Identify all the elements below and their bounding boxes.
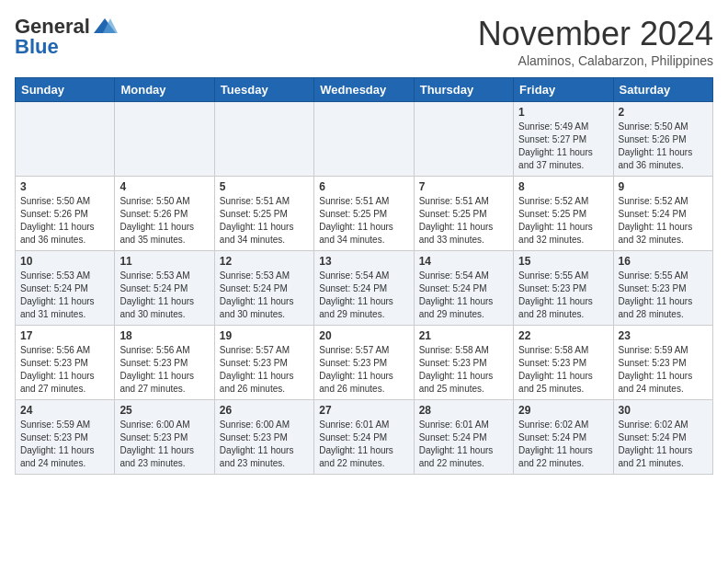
calendar-week-row: 10Sunrise: 5:53 AM Sunset: 5:24 PM Dayli… xyxy=(16,251,713,326)
calendar-week-row: 17Sunrise: 5:56 AM Sunset: 5:23 PM Dayli… xyxy=(16,326,713,400)
calendar-day-cell: 1Sunrise: 5:49 AM Sunset: 5:27 PM Daylig… xyxy=(514,102,613,177)
empty-day-cell xyxy=(115,102,214,177)
day-number: 14 xyxy=(419,255,508,268)
day-number: 8 xyxy=(518,180,608,193)
day-info: Sunrise: 5:54 AM Sunset: 5:24 PM Dayligh… xyxy=(419,270,508,321)
day-info: Sunrise: 5:50 AM Sunset: 5:26 PM Dayligh… xyxy=(20,195,109,247)
day-info: Sunrise: 5:53 AM Sunset: 5:24 PM Dayligh… xyxy=(20,270,109,321)
logo: General Blue xyxy=(15,15,118,59)
day-info: Sunrise: 5:55 AM Sunset: 5:23 PM Dayligh… xyxy=(619,270,708,321)
day-info: Sunrise: 5:57 AM Sunset: 5:23 PM Dayligh… xyxy=(319,344,408,396)
calendar-day-cell: 25Sunrise: 6:00 AM Sunset: 5:23 PM Dayli… xyxy=(115,400,214,475)
day-number: 13 xyxy=(319,255,408,268)
weekday-header-thursday: Thursday xyxy=(414,78,513,102)
day-number: 20 xyxy=(319,329,408,342)
day-number: 28 xyxy=(419,404,508,417)
day-number: 4 xyxy=(119,180,209,193)
month-year-title: November 2024 xyxy=(478,15,713,53)
calendar-day-cell: 16Sunrise: 5:55 AM Sunset: 5:23 PM Dayli… xyxy=(613,251,712,326)
day-number: 7 xyxy=(419,180,508,193)
empty-day-cell xyxy=(414,102,513,177)
day-number: 10 xyxy=(20,255,109,268)
location-subtitle: Alaminos, Calabarzon, Philippines xyxy=(478,53,713,68)
day-number: 6 xyxy=(319,180,408,193)
calendar-day-cell: 27Sunrise: 6:01 AM Sunset: 5:24 PM Dayli… xyxy=(314,400,414,475)
calendar-day-cell: 30Sunrise: 6:02 AM Sunset: 5:24 PM Dayli… xyxy=(613,400,712,475)
calendar-day-cell: 12Sunrise: 5:53 AM Sunset: 5:24 PM Dayli… xyxy=(214,251,313,326)
day-number: 9 xyxy=(619,180,708,193)
day-info: Sunrise: 5:58 AM Sunset: 5:23 PM Dayligh… xyxy=(419,344,508,396)
calendar-day-cell: 7Sunrise: 5:51 AM Sunset: 5:25 PM Daylig… xyxy=(414,177,513,251)
day-number: 27 xyxy=(319,404,408,417)
calendar-day-cell: 10Sunrise: 5:53 AM Sunset: 5:24 PM Dayli… xyxy=(16,251,115,326)
calendar-day-cell: 20Sunrise: 5:57 AM Sunset: 5:23 PM Dayli… xyxy=(314,326,414,400)
day-number: 18 xyxy=(119,329,209,342)
empty-day-cell xyxy=(16,102,115,177)
calendar-day-cell: 17Sunrise: 5:56 AM Sunset: 5:23 PM Dayli… xyxy=(16,326,115,400)
weekday-header-friday: Friday xyxy=(514,78,613,102)
day-number: 15 xyxy=(518,255,608,268)
weekday-header-tuesday: Tuesday xyxy=(214,78,313,102)
day-info: Sunrise: 5:52 AM Sunset: 5:24 PM Dayligh… xyxy=(619,195,708,247)
calendar-week-row: 3Sunrise: 5:50 AM Sunset: 5:26 PM Daylig… xyxy=(16,177,713,251)
day-number: 3 xyxy=(20,180,109,193)
weekday-header-saturday: Saturday xyxy=(613,78,712,102)
calendar-day-cell: 26Sunrise: 6:00 AM Sunset: 5:23 PM Dayli… xyxy=(214,400,313,475)
calendar-day-cell: 3Sunrise: 5:50 AM Sunset: 5:26 PM Daylig… xyxy=(16,177,115,251)
day-info: Sunrise: 5:56 AM Sunset: 5:23 PM Dayligh… xyxy=(119,344,209,396)
day-number: 2 xyxy=(619,106,708,119)
calendar-day-cell: 2Sunrise: 5:50 AM Sunset: 5:26 PM Daylig… xyxy=(613,102,712,177)
day-info: Sunrise: 5:52 AM Sunset: 5:25 PM Dayligh… xyxy=(518,195,608,247)
day-info: Sunrise: 5:55 AM Sunset: 5:23 PM Dayligh… xyxy=(518,270,608,321)
logo-blue-text: Blue xyxy=(15,35,59,59)
logo-icon xyxy=(92,17,118,37)
day-number: 17 xyxy=(20,329,109,342)
day-info: Sunrise: 5:58 AM Sunset: 5:23 PM Dayligh… xyxy=(518,344,608,396)
day-info: Sunrise: 5:53 AM Sunset: 5:24 PM Dayligh… xyxy=(220,270,309,321)
day-info: Sunrise: 5:49 AM Sunset: 5:27 PM Dayligh… xyxy=(518,121,608,172)
day-info: Sunrise: 6:00 AM Sunset: 5:23 PM Dayligh… xyxy=(119,419,209,470)
weekday-header-monday: Monday xyxy=(115,78,214,102)
day-info: Sunrise: 5:50 AM Sunset: 5:26 PM Dayligh… xyxy=(619,121,708,172)
calendar-day-cell: 18Sunrise: 5:56 AM Sunset: 5:23 PM Dayli… xyxy=(115,326,214,400)
day-info: Sunrise: 5:59 AM Sunset: 5:23 PM Dayligh… xyxy=(619,344,708,396)
calendar-day-cell: 4Sunrise: 5:50 AM Sunset: 5:26 PM Daylig… xyxy=(115,177,214,251)
weekday-header-wednesday: Wednesday xyxy=(314,78,414,102)
day-number: 23 xyxy=(619,329,708,342)
day-info: Sunrise: 5:53 AM Sunset: 5:24 PM Dayligh… xyxy=(119,270,209,321)
day-info: Sunrise: 5:56 AM Sunset: 5:23 PM Dayligh… xyxy=(20,344,109,396)
day-info: Sunrise: 6:02 AM Sunset: 5:24 PM Dayligh… xyxy=(518,419,608,470)
calendar-day-cell: 29Sunrise: 6:02 AM Sunset: 5:24 PM Dayli… xyxy=(514,400,613,475)
day-info: Sunrise: 5:51 AM Sunset: 5:25 PM Dayligh… xyxy=(319,195,408,247)
day-number: 11 xyxy=(119,255,209,268)
day-info: Sunrise: 5:59 AM Sunset: 5:23 PM Dayligh… xyxy=(20,419,109,470)
day-info: Sunrise: 5:57 AM Sunset: 5:23 PM Dayligh… xyxy=(220,344,309,396)
calendar-day-cell: 11Sunrise: 5:53 AM Sunset: 5:24 PM Dayli… xyxy=(115,251,214,326)
calendar-day-cell: 9Sunrise: 5:52 AM Sunset: 5:24 PM Daylig… xyxy=(613,177,712,251)
calendar-day-cell: 19Sunrise: 5:57 AM Sunset: 5:23 PM Dayli… xyxy=(214,326,313,400)
title-section: November 2024 Alaminos, Calabarzon, Phil… xyxy=(478,15,713,68)
day-info: Sunrise: 5:54 AM Sunset: 5:24 PM Dayligh… xyxy=(319,270,408,321)
calendar-day-cell: 21Sunrise: 5:58 AM Sunset: 5:23 PM Dayli… xyxy=(414,326,513,400)
calendar-day-cell: 5Sunrise: 5:51 AM Sunset: 5:25 PM Daylig… xyxy=(214,177,313,251)
calendar-day-cell: 13Sunrise: 5:54 AM Sunset: 5:24 PM Dayli… xyxy=(314,251,414,326)
calendar-day-cell: 28Sunrise: 6:01 AM Sunset: 5:24 PM Dayli… xyxy=(414,400,513,475)
weekday-header-row: SundayMondayTuesdayWednesdayThursdayFrid… xyxy=(16,78,713,102)
calendar-day-cell: 22Sunrise: 5:58 AM Sunset: 5:23 PM Dayli… xyxy=(514,326,613,400)
day-info: Sunrise: 5:50 AM Sunset: 5:26 PM Dayligh… xyxy=(119,195,209,247)
calendar-day-cell: 8Sunrise: 5:52 AM Sunset: 5:25 PM Daylig… xyxy=(514,177,613,251)
day-number: 26 xyxy=(220,404,309,417)
day-info: Sunrise: 6:02 AM Sunset: 5:24 PM Dayligh… xyxy=(619,419,708,470)
day-number: 30 xyxy=(619,404,708,417)
calendar-week-row: 24Sunrise: 5:59 AM Sunset: 5:23 PM Dayli… xyxy=(16,400,713,475)
day-info: Sunrise: 5:51 AM Sunset: 5:25 PM Dayligh… xyxy=(419,195,508,247)
day-number: 19 xyxy=(220,329,309,342)
day-number: 22 xyxy=(518,329,608,342)
calendar-week-row: 1Sunrise: 5:49 AM Sunset: 5:27 PM Daylig… xyxy=(16,102,713,177)
day-number: 5 xyxy=(220,180,309,193)
day-number: 24 xyxy=(20,404,109,417)
day-number: 1 xyxy=(518,106,608,119)
calendar-day-cell: 6Sunrise: 5:51 AM Sunset: 5:25 PM Daylig… xyxy=(314,177,414,251)
day-number: 16 xyxy=(619,255,708,268)
day-info: Sunrise: 6:01 AM Sunset: 5:24 PM Dayligh… xyxy=(419,419,508,470)
